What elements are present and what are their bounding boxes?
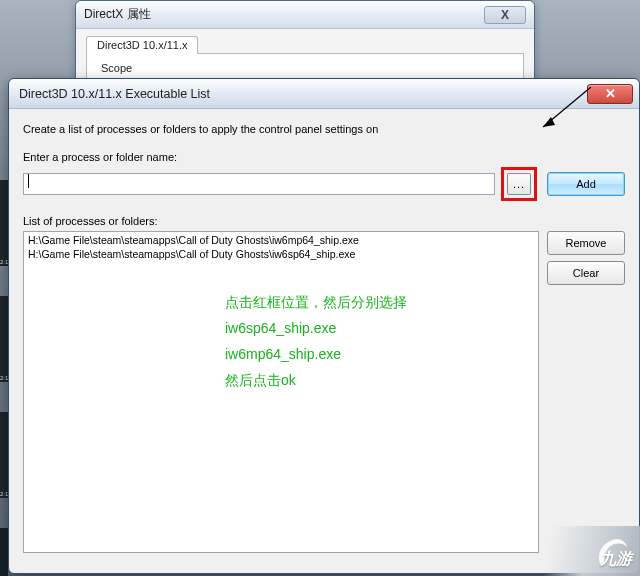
list-item[interactable]: H:\Game File\steam\steamapps\Call of Dut… (28, 247, 534, 261)
side-buttons: Remove Clear (547, 231, 625, 553)
taskbar-fragment (0, 528, 8, 576)
scope-label: Scope (101, 62, 509, 74)
green-annotation: 点击红框位置，然后分别选择 iw6sp64_ship.exe iw6mp64_s… (225, 289, 407, 393)
close-icon[interactable]: ✕ (587, 84, 633, 104)
anno-line: iw6sp64_ship.exe (225, 315, 407, 341)
remove-button[interactable]: Remove (547, 231, 625, 255)
front-titlebar[interactable]: Direct3D 10.x/11.x Executable List ✕ (9, 79, 639, 109)
executable-list-dialog: Direct3D 10.x/11.x Executable List ✕ Cre… (8, 78, 640, 574)
desktop-thumb: 2:1 (0, 412, 8, 498)
browse-button[interactable]: ... (507, 173, 531, 195)
close-icon[interactable]: X (484, 6, 526, 24)
enter-label: Enter a process or folder name: (23, 151, 625, 163)
desktop-thumb: 2:1 (0, 296, 8, 382)
tab-d3d10-11[interactable]: Direct3D 10.x/11.x (86, 36, 198, 54)
clear-button[interactable]: Clear (547, 261, 625, 285)
process-input[interactable] (23, 173, 495, 195)
red-highlight-box: ... (501, 167, 537, 201)
logo-text: 九游 (600, 549, 632, 570)
input-row: ... Add (23, 167, 625, 201)
instruction-text: Create a list of processes or folders to… (23, 123, 625, 135)
anno-line: 点击红框位置，然后分别选择 (225, 289, 407, 315)
text-cursor (28, 174, 29, 188)
list-label: List of processes or folders: (23, 215, 625, 227)
site-watermark: 九游 (520, 526, 640, 576)
back-window-title: DirectX 属性 (84, 6, 151, 23)
tab-strip: Direct3D 10.x/11.x (86, 35, 524, 53)
anno-line: iw6mp64_ship.exe (225, 341, 407, 367)
anno-line: 然后点击ok (225, 367, 407, 393)
front-body: Create a list of processes or folders to… (9, 109, 639, 573)
desktop-thumb: 2:1 (0, 180, 8, 266)
back-titlebar[interactable]: DirectX 属性 X (76, 1, 534, 29)
add-button[interactable]: Add (547, 172, 625, 196)
list-item[interactable]: H:\Game File\steam\steamapps\Call of Dut… (28, 233, 534, 247)
front-window-title: Direct3D 10.x/11.x Executable List (19, 87, 210, 101)
